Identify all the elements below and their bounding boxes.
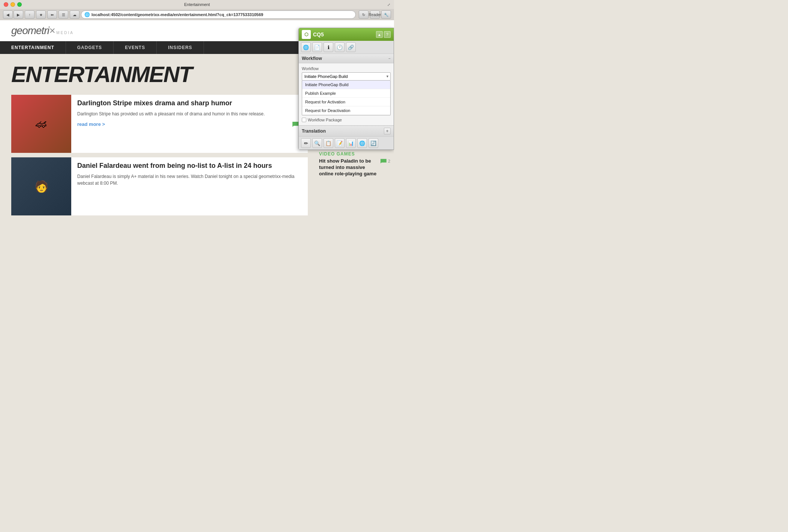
cq5-up-button[interactable]: ▲ bbox=[376, 31, 383, 38]
window-title: Entertainment bbox=[184, 2, 210, 7]
address-url: localhost:4502/content/geometrixx-media/… bbox=[91, 12, 263, 17]
cq5-workflow-package-label: Workflow Package bbox=[308, 118, 342, 122]
cq5-help-button[interactable]: ? bbox=[384, 31, 391, 38]
article-1-title: Darlington Stripe mixes drama and sharp … bbox=[77, 99, 304, 108]
dropdown-item-3[interactable]: Request for Activation bbox=[302, 98, 390, 106]
nav-item-events[interactable]: EVENTS bbox=[114, 41, 157, 54]
toolbar-right: ↻ Reader 🔧 bbox=[359, 10, 391, 19]
refresh-button[interactable]: ↻ bbox=[359, 10, 369, 19]
back-alt-button[interactable]: ⬅ bbox=[47, 10, 57, 19]
video-games-title: Hit show Paladin to be turned into massi… bbox=[319, 158, 379, 177]
video-games-comment-badge: 2 bbox=[381, 159, 390, 163]
cq5-tool-info[interactable]: ℹ bbox=[324, 42, 333, 52]
cq5-translation-section[interactable]: Translation + bbox=[299, 126, 394, 136]
cloud-button[interactable]: ☁ bbox=[70, 10, 79, 19]
cq5-workflow-select-wrapper: Initiate PhoneGap Build Publish Example … bbox=[302, 72, 391, 81]
address-url-rest: /content/geometrixx-media/en/entertainme… bbox=[120, 12, 263, 17]
cq5-bottom-tool-refresh[interactable]: 🔄 bbox=[369, 138, 378, 148]
cq5-workflow-toggle[interactable]: − bbox=[388, 57, 391, 61]
article-1-footer: read more > 0 bbox=[77, 121, 304, 128]
bookmark-button[interactable]: ★ bbox=[36, 10, 46, 19]
window-controls bbox=[4, 2, 22, 7]
cq5-bottom-tool-chart[interactable]: 📊 bbox=[346, 138, 356, 148]
article-2-desc: Daniel Falardeau is simply A+ material i… bbox=[77, 173, 304, 187]
site-wrapper: geometri× MEDIA (Anonymous Surfer) – Sig… bbox=[0, 20, 394, 260]
back-button[interactable]: ◀ bbox=[3, 10, 13, 19]
logo-media: MEDIA bbox=[56, 31, 74, 35]
browser-toolbar: ◀ ▶ ↑ ★ ⬅ ☰ ☁ 🌐 localhost:4502/content/g… bbox=[0, 9, 394, 20]
cq5-workflow-section: Workflow − Workflow Initiate PhoneGap Bu… bbox=[299, 54, 394, 126]
fullscreen-icon[interactable]: ⤢ bbox=[387, 3, 390, 7]
logo: geometri× MEDIA bbox=[11, 25, 74, 37]
logo-text: geometri× bbox=[11, 25, 55, 37]
cq5-panel: ⬡ CQ5 ▲ ? 🌐 📄 ℹ 🕐 🔗 Workflow − Workflow bbox=[298, 28, 394, 150]
article-1-desc: Darlington Stripe has provided us with a… bbox=[77, 111, 304, 117]
cq5-logo: ⬡ bbox=[302, 30, 311, 39]
cq5-header: ⬡ CQ5 ▲ ? bbox=[299, 28, 394, 41]
address-url-bold: localhost:4502 bbox=[91, 12, 120, 17]
article-1-image: 🏎 bbox=[11, 95, 71, 153]
cq5-bottom-tool-copy[interactable]: 📋 bbox=[324, 138, 333, 148]
cq5-bottom-toolbar: ✏ 🔍 📋 📝 📊 🌐 🔄 bbox=[299, 136, 394, 149]
cq5-bottom-tool-globe[interactable]: 🌐 bbox=[357, 138, 367, 148]
cq5-bottom-tool-search[interactable]: 🔍 bbox=[312, 138, 322, 148]
cq5-tool-link[interactable]: 🔗 bbox=[346, 42, 356, 52]
cq5-header-buttons: ▲ ? bbox=[376, 31, 391, 38]
cq5-translation-add-button[interactable]: + bbox=[384, 128, 391, 134]
nav-item-gadgets[interactable]: GADGETS bbox=[66, 41, 114, 54]
share-button[interactable]: ↑ bbox=[25, 10, 34, 19]
maximize-button[interactable] bbox=[17, 2, 22, 7]
cq5-workflow-title: Workflow bbox=[302, 56, 322, 61]
video-games-category: VIDEO GAMES bbox=[319, 151, 390, 157]
cq5-tool-globe[interactable]: 🌐 bbox=[301, 42, 311, 52]
cq5-translation-title: Translation bbox=[302, 129, 326, 134]
extensions-button[interactable]: 🔧 bbox=[381, 10, 391, 19]
article-1: 🏎 Darlington Stripe mixes drama and shar… bbox=[11, 95, 308, 153]
cq5-workflow-package: Workflow Package bbox=[302, 118, 391, 122]
shield-button[interactable]: ☰ bbox=[58, 10, 68, 19]
reader-button[interactable]: Reader bbox=[370, 10, 380, 19]
title-bar: Entertainment ⤢ bbox=[0, 0, 394, 9]
cq5-workflow-header[interactable]: Workflow − bbox=[299, 54, 394, 63]
page-title: ENTERTAINMENT bbox=[11, 61, 308, 87]
article-2: 🧑 Daniel Falardeau went from being no-li… bbox=[11, 157, 308, 215]
cq5-bottom-tool-doc[interactable]: 📝 bbox=[335, 138, 345, 148]
cq5-workflow-select[interactable]: Initiate PhoneGap Build Publish Example … bbox=[302, 72, 391, 81]
dropdown-item-1[interactable]: Initiate PhoneGap Build bbox=[302, 81, 390, 89]
article-2-title: Daniel Falardeau went from being no-list… bbox=[77, 162, 304, 170]
nav-item-entertainment[interactable]: ENTERTAINMENT bbox=[0, 41, 66, 54]
cq5-workflow-body: Workflow Initiate PhoneGap Build Publish… bbox=[299, 63, 394, 125]
cq5-workflow-package-checkbox[interactable] bbox=[302, 118, 306, 122]
content-left: ENTERTAINMENT 🏎 Darlington Stripe mixes … bbox=[0, 54, 319, 227]
cq5-dropdown-open: Initiate PhoneGap Build Publish Example … bbox=[302, 81, 391, 115]
video-games-comment-icon bbox=[381, 159, 387, 163]
dropdown-item-2[interactable]: Publish Example bbox=[302, 89, 390, 98]
forward-button[interactable]: ▶ bbox=[13, 10, 23, 19]
minimize-button[interactable] bbox=[10, 2, 15, 7]
nav-item-insiders[interactable]: INSIDERS bbox=[157, 41, 204, 54]
dropdown-item-4[interactable]: Request for Deactivation bbox=[302, 106, 390, 115]
address-bar[interactable]: 🌐 localhost:4502/content/geometrixx-medi… bbox=[81, 10, 356, 19]
article-2-body: Daniel Falardeau went from being no-list… bbox=[77, 157, 308, 215]
close-button[interactable] bbox=[4, 2, 8, 7]
video-games-comment-count: 2 bbox=[388, 159, 390, 163]
browser-chrome: Entertainment ⤢ ◀ ▶ ↑ ★ ⬅ ☰ ☁ 🌐 localhos… bbox=[0, 0, 394, 20]
article-1-body: Darlington Stripe mixes drama and sharp … bbox=[77, 95, 308, 153]
cq5-title: CQ5 bbox=[313, 31, 376, 37]
globe-icon: 🌐 bbox=[84, 12, 90, 17]
cq5-tool-page[interactable]: 📄 bbox=[312, 42, 322, 52]
read-more-link-1[interactable]: read more > bbox=[77, 121, 105, 127]
cq5-workflow-label: Workflow bbox=[302, 66, 391, 71]
cq5-tool-clock[interactable]: 🕐 bbox=[335, 42, 345, 52]
cq5-bottom-tool-edit[interactable]: ✏ bbox=[301, 138, 311, 148]
nav-buttons: ◀ ▶ bbox=[3, 10, 23, 19]
article-2-image: 🧑 bbox=[11, 157, 71, 215]
cq5-toolbar: 🌐 📄 ℹ 🕐 🔗 bbox=[299, 41, 394, 54]
